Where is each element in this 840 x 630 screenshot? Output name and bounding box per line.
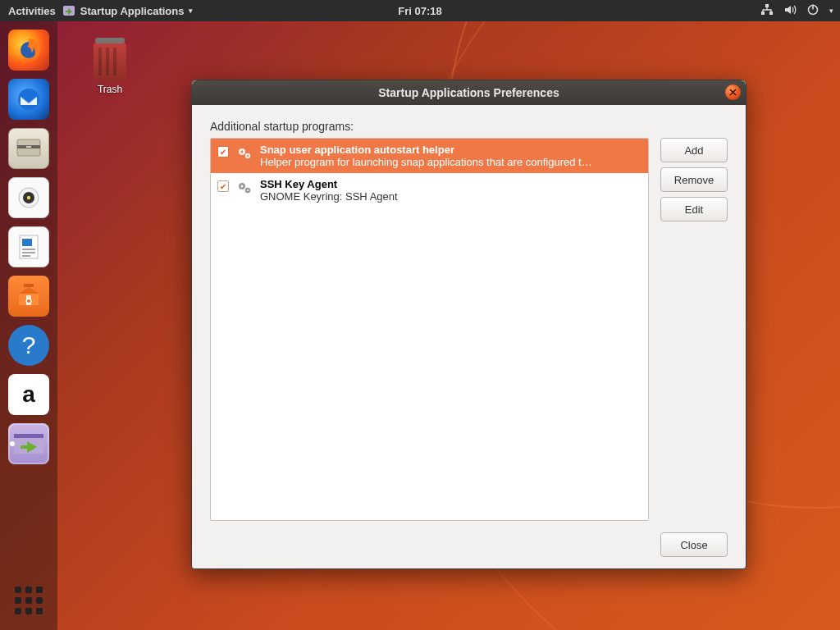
volume-icon[interactable] <box>783 3 797 19</box>
dock-firefox[interactable] <box>8 30 49 71</box>
item-title: Snap user application autostart helper <box>260 144 641 156</box>
window-title: Startup Applications Preferences <box>378 86 559 99</box>
remove-button[interactable]: Remove <box>660 167 728 192</box>
window-titlebar[interactable]: Startup Applications Preferences <box>192 80 746 105</box>
svg-rect-3 <box>769 11 773 15</box>
enable-checkbox[interactable]: ✔ <box>217 180 229 192</box>
dock: ? a <box>0 21 57 630</box>
list-item[interactable]: ✔ Snap user application autostart helper… <box>211 139 648 173</box>
edit-button[interactable]: Edit <box>660 197 728 221</box>
window-close-button[interactable] <box>725 84 741 100</box>
svg-point-27 <box>247 189 249 191</box>
desktop-trash[interactable]: Trash <box>80 43 139 95</box>
active-app-menu[interactable]: Startup Applications ▾ <box>62 4 194 17</box>
svg-point-13 <box>27 196 30 199</box>
svg-point-21 <box>241 151 244 153</box>
startup-list-label: Additional startup programs: <box>210 120 728 133</box>
enable-checkbox[interactable]: ✔ <box>217 146 229 158</box>
svg-point-25 <box>241 185 244 188</box>
dock-ubuntu-software[interactable] <box>8 276 49 317</box>
gear-icon <box>235 144 253 162</box>
gear-icon <box>235 179 253 197</box>
desktop-trash-label: Trash <box>80 84 139 95</box>
add-button[interactable]: Add <box>660 138 728 162</box>
svg-rect-19 <box>14 434 43 438</box>
svg-point-23 <box>247 155 249 157</box>
dock-help[interactable]: ? <box>8 325 49 366</box>
dock-files[interactable] <box>8 128 49 169</box>
power-icon[interactable] <box>806 3 819 19</box>
dock-amazon[interactable]: a <box>8 374 49 415</box>
clock[interactable]: Fri 07:18 <box>398 5 441 17</box>
svg-rect-5 <box>812 4 814 9</box>
show-applications-button[interactable] <box>11 582 47 619</box>
startup-programs-list[interactable]: ✔ Snap user application autostart helper… <box>210 138 649 521</box>
chevron-down-icon[interactable]: ▾ <box>829 7 833 15</box>
startup-apps-icon <box>62 4 75 17</box>
svg-rect-2 <box>761 11 765 15</box>
network-icon[interactable] <box>760 3 774 19</box>
svg-rect-15 <box>22 239 32 246</box>
svg-rect-1 <box>765 4 769 7</box>
running-indicator <box>10 441 15 446</box>
top-panel: Activities Startup Applications ▾ Fri 07… <box>0 0 840 21</box>
item-subtitle: Helper program for launching snap applic… <box>260 156 641 168</box>
dock-libreoffice-writer[interactable] <box>8 226 49 267</box>
svg-rect-10 <box>26 146 31 148</box>
dock-rhythmbox[interactable] <box>8 177 49 218</box>
close-button[interactable]: Close <box>660 532 728 557</box>
item-subtitle: GNOME Keyring: SSH Agent <box>260 190 641 203</box>
chevron-down-icon: ▾ <box>189 7 193 15</box>
active-app-name: Startup Applications <box>80 5 185 17</box>
dock-thunderbird[interactable] <box>8 79 49 120</box>
list-item[interactable]: ✔ SSH Key Agent GNOME Keyring: SSH Agent <box>211 173 648 208</box>
activities-button[interactable]: Activities <box>8 5 56 17</box>
trash-icon <box>94 43 126 80</box>
startup-applications-window: Startup Applications Preferences Additio… <box>191 80 746 569</box>
item-title: SSH Key Agent <box>260 178 641 190</box>
close-icon <box>729 89 737 96</box>
